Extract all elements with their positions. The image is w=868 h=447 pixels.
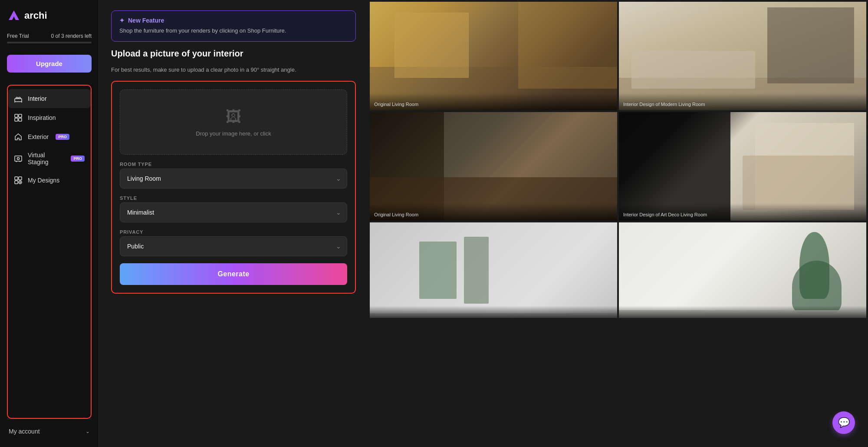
sidebar-item-interior-label: Interior: [28, 95, 47, 102]
bed-icon: [14, 94, 23, 103]
svg-rect-5: [15, 114, 18, 117]
logo-area: archi: [7, 9, 92, 23]
svg-rect-7: [15, 118, 18, 121]
svg-rect-1: [16, 97, 18, 99]
upload-icon: 🖼: [226, 108, 241, 126]
chat-icon: 💬: [838, 417, 850, 428]
room-type-label: ROOM TYPE: [120, 162, 347, 167]
svg-point-12: [17, 158, 20, 160]
designs-icon: [14, 176, 23, 185]
drop-zone-text: Drop your image here, or click: [196, 130, 271, 137]
gallery-caption-4: Interior Design of Art Deco Living Room: [619, 203, 866, 221]
sidebar-item-my-designs-label: My Designs: [28, 177, 59, 184]
my-account-row[interactable]: My account ⌄: [7, 424, 92, 438]
gallery-image-6: [619, 222, 866, 318]
gallery-panel: Original Living Room Interior Design of …: [368, 0, 868, 447]
nav-box: Interior Inspiration Exterior PRO: [7, 85, 92, 419]
privacy-field: PRIVACY Public Private ⌄: [120, 229, 347, 256]
star-icon: ✦: [119, 17, 125, 24]
main-content: ✦ New Feature Shop the furniture from yo…: [99, 0, 868, 447]
svg-rect-15: [15, 181, 18, 184]
logo-icon: [7, 9, 21, 23]
privacy-label: PRIVACY: [120, 229, 347, 235]
home-icon: [14, 132, 23, 141]
svg-rect-0: [15, 99, 22, 102]
room-type-field: ROOM TYPE Living Room Bedroom Kitchen Ba…: [120, 162, 347, 189]
virtual-staging-pro-badge: PRO: [71, 156, 85, 162]
feature-banner-title: ✦ New Feature: [119, 17, 348, 24]
trial-badge: Free Trial: [7, 33, 29, 39]
style-select-wrapper: Minimalist Modern Traditional Industrial…: [120, 202, 347, 222]
gallery-item-1[interactable]: Original Living Room: [370, 2, 617, 110]
svg-rect-14: [19, 177, 22, 180]
upload-title: Upload a picture of your interior: [111, 49, 356, 59]
room-type-select-wrapper: Living Room Bedroom Kitchen Bathroom Off…: [120, 169, 347, 189]
feature-banner: ✦ New Feature Shop the furniture from yo…: [111, 10, 356, 42]
feature-banner-text: Shop the furniture from your renders by …: [119, 26, 348, 35]
sidebar-item-inspiration-label: Inspiration: [28, 114, 56, 121]
gallery-caption-2: Interior Design of Modern Living Room: [619, 93, 866, 110]
room-type-select[interactable]: Living Room Bedroom Kitchen Bathroom Off…: [120, 169, 347, 189]
staging-icon: [14, 154, 23, 163]
chevron-down-icon: ⌄: [85, 428, 90, 434]
left-panel: ✦ New Feature Shop the furniture from yo…: [99, 0, 368, 447]
upgrade-button[interactable]: Upgrade: [7, 55, 92, 73]
sidebar-item-exterior-label: Exterior: [28, 133, 49, 140]
sidebar-item-virtual-staging[interactable]: Virtual Staging PRO: [8, 146, 91, 171]
style-select[interactable]: Minimalist Modern Traditional Industrial…: [120, 202, 347, 222]
gallery-item-4[interactable]: Interior Design of Art Deco Living Room: [619, 112, 866, 221]
gallery-caption-3: Original Living Room: [370, 203, 617, 221]
gallery-image-5: [370, 222, 617, 318]
privacy-select[interactable]: Public Private: [120, 236, 347, 256]
inspiration-icon: [14, 113, 23, 122]
generate-button[interactable]: Generate: [120, 263, 347, 285]
gallery-item-2[interactable]: Interior Design of Modern Living Room: [619, 2, 866, 110]
my-account-label: My account: [9, 428, 40, 435]
upload-subtitle: For best results, make sure to upload a …: [111, 66, 356, 74]
gallery-caption-1: Original Living Room: [370, 93, 617, 110]
gallery-item-6[interactable]: [619, 222, 866, 318]
gallery-item-3[interactable]: Original Living Room: [370, 112, 617, 221]
style-field: STYLE Minimalist Modern Traditional Indu…: [120, 195, 347, 222]
drop-zone[interactable]: 🖼 Drop your image here, or click: [120, 89, 347, 155]
upload-form-box: 🖼 Drop your image here, or click ROOM TY…: [111, 81, 356, 294]
exterior-pro-badge: PRO: [56, 134, 69, 140]
logo-text: archi: [24, 10, 47, 21]
sidebar-bottom: My account ⌄: [7, 419, 92, 438]
trial-info: Free Trial 0 of 3 renders left: [7, 33, 92, 50]
svg-rect-6: [19, 114, 22, 117]
renders-left: 0 of 3 renders left: [51, 33, 92, 39]
privacy-select-wrapper: Public Private ⌄: [120, 236, 347, 256]
sidebar-item-my-designs[interactable]: My Designs: [8, 171, 91, 190]
svg-rect-13: [15, 177, 18, 180]
sidebar: archi Free Trial 0 of 3 renders left Upg…: [0, 0, 99, 447]
svg-rect-9: [15, 156, 22, 161]
svg-rect-2: [19, 97, 20, 99]
svg-rect-8: [19, 118, 22, 121]
chat-button[interactable]: 💬: [832, 411, 855, 434]
sidebar-item-virtual-staging-label: Virtual Staging: [28, 152, 64, 166]
style-label: STYLE: [120, 195, 347, 201]
sidebar-item-interior[interactable]: Interior: [8, 89, 91, 108]
sidebar-item-exterior[interactable]: Exterior PRO: [8, 127, 91, 146]
gallery-item-5[interactable]: [370, 222, 617, 318]
progress-bar: [7, 42, 92, 43]
gallery-caption-5: [370, 306, 617, 318]
sidebar-item-inspiration[interactable]: Inspiration: [8, 108, 91, 127]
gallery-caption-6: [619, 306, 866, 318]
